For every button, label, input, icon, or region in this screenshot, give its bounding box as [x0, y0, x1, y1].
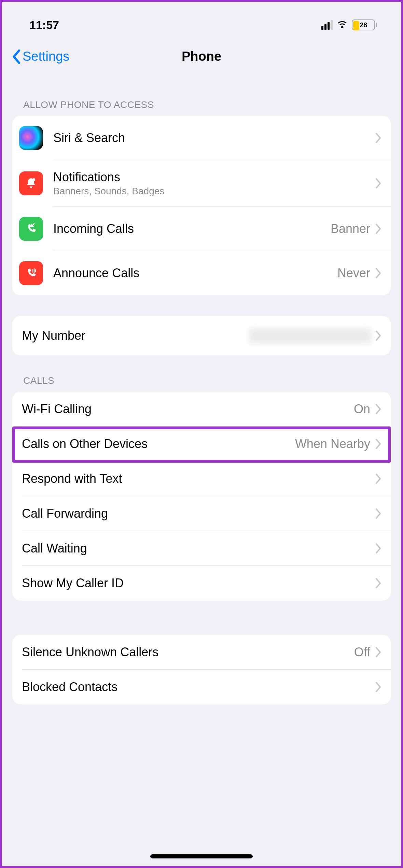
phone-announce-icon — [19, 261, 43, 285]
chevron-right-icon — [375, 474, 381, 484]
chevron-right-icon — [375, 331, 381, 341]
siri-icon — [19, 126, 43, 150]
row-title: My Number — [22, 328, 249, 343]
section-header-access: ALLOW PHONE TO ACCESS — [12, 74, 391, 116]
chevron-right-icon — [375, 439, 381, 449]
svg-point-1 — [32, 178, 35, 181]
status-bar: 11:57 28 — [12, 12, 391, 36]
battery-icon: 28 — [352, 19, 377, 30]
row-silence-unknown[interactable]: Silence Unknown Callers Off — [12, 635, 391, 670]
row-call-waiting[interactable]: Call Waiting — [12, 531, 391, 566]
chevron-right-icon — [375, 647, 381, 657]
group-silence-blocked: Silence Unknown Callers Off Blocked Cont… — [12, 635, 391, 704]
row-notifications[interactable]: Notifications Banners, Sounds, Badges — [12, 160, 391, 207]
row-subtitle: Banners, Sounds, Badges — [53, 186, 375, 197]
section-header-calls: CALLS — [12, 355, 391, 392]
row-blocked-contacts[interactable]: Blocked Contacts — [12, 670, 391, 704]
row-incoming-calls[interactable]: Incoming Calls Banner — [12, 207, 391, 251]
group-my-number: My Number — [12, 316, 391, 355]
chevron-right-icon — [375, 543, 381, 554]
wifi-icon — [337, 19, 348, 30]
group-calls: Wi-Fi Calling On Calls on Other Devices … — [12, 392, 391, 601]
chevron-right-icon — [375, 224, 381, 234]
chevron-right-icon — [375, 682, 381, 692]
chevron-left-icon — [12, 50, 21, 64]
nav-bar: Settings Phone — [12, 36, 391, 74]
battery-percent: 28 — [360, 21, 367, 29]
row-wifi-calling[interactable]: Wi-Fi Calling On — [12, 392, 391, 426]
row-respond-with-text[interactable]: Respond with Text — [12, 461, 391, 496]
status-time: 11:57 — [29, 18, 59, 32]
my-number-value-blurred — [249, 328, 372, 344]
chevron-right-icon — [375, 404, 381, 414]
chevron-right-icon — [375, 133, 381, 143]
row-title: Respond with Text — [22, 472, 375, 486]
row-title: Call Forwarding — [22, 506, 375, 521]
row-title: Wi-Fi Calling — [22, 402, 354, 416]
svg-point-0 — [341, 26, 343, 27]
row-title: Siri & Search — [53, 131, 375, 145]
chevron-right-icon — [375, 508, 381, 519]
chevron-right-icon — [375, 578, 381, 588]
cellular-signal-icon — [321, 20, 333, 30]
group-access: Siri & Search Notifications Banners, Sou… — [12, 116, 391, 295]
row-value: Never — [337, 266, 370, 280]
page-title: Phone — [182, 49, 221, 64]
back-label: Settings — [23, 49, 69, 64]
row-title: Calls on Other Devices — [22, 437, 295, 451]
chevron-right-icon — [375, 268, 381, 278]
row-my-number[interactable]: My Number — [12, 316, 391, 355]
row-calls-other-devices[interactable]: Calls on Other Devices When Nearby — [12, 426, 391, 461]
row-title: Announce Calls — [53, 266, 337, 280]
row-show-caller-id[interactable]: Show My Caller ID — [12, 566, 391, 601]
row-value: Banner — [331, 222, 370, 236]
row-title: Notifications — [53, 170, 375, 184]
row-value: Off — [354, 645, 370, 659]
row-siri-search[interactable]: Siri & Search — [12, 116, 391, 160]
row-title: Blocked Contacts — [22, 680, 375, 694]
row-value: When Nearby — [295, 437, 370, 451]
row-value: On — [354, 402, 370, 416]
row-title: Call Waiting — [22, 541, 375, 556]
status-right: 28 — [321, 19, 377, 30]
row-title: Silence Unknown Callers — [22, 645, 354, 659]
home-indicator[interactable] — [150, 854, 253, 858]
row-call-forwarding[interactable]: Call Forwarding — [12, 496, 391, 531]
row-title: Show My Caller ID — [22, 576, 375, 590]
bell-icon — [19, 171, 43, 195]
chevron-right-icon — [375, 178, 381, 188]
phone-incoming-icon — [19, 217, 43, 241]
row-announce-calls[interactable]: Announce Calls Never — [12, 251, 391, 295]
row-title: Incoming Calls — [53, 222, 331, 236]
back-button[interactable]: Settings — [12, 49, 69, 64]
